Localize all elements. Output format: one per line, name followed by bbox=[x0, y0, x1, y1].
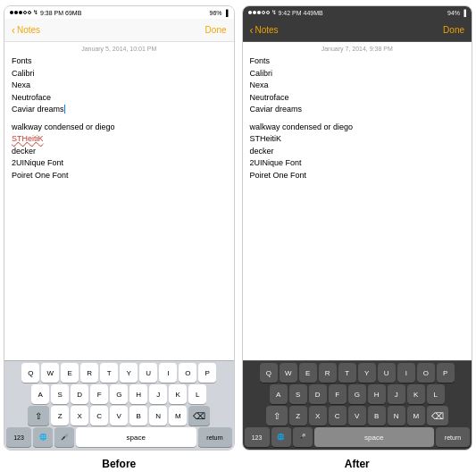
key-space-right[interactable]: space bbox=[314, 427, 435, 447]
key-mic-left[interactable]: 🎤 bbox=[54, 427, 74, 447]
key-G-right[interactable]: G bbox=[348, 384, 366, 404]
nav-bar-left: ‹ Notes Done bbox=[4, 19, 234, 42]
keyboard-right: Q W E R T Y U I O P A S D F G bbox=[243, 360, 472, 450]
key-S-right[interactable]: S bbox=[289, 384, 307, 404]
status-left-right: ↯ 9:42 PM 449MB bbox=[248, 9, 323, 16]
note-line-11: Poiret One Font bbox=[12, 170, 227, 182]
key-123-left[interactable]: 123 bbox=[6, 427, 31, 447]
key-space-left[interactable]: space bbox=[76, 427, 196, 447]
key-M-left[interactable]: M bbox=[169, 406, 187, 426]
key-Y-right[interactable]: Y bbox=[358, 363, 376, 383]
note-line-7: walkway condensed or diego bbox=[12, 122, 227, 134]
key-Z-left[interactable]: Z bbox=[51, 406, 69, 426]
key-H-right[interactable]: H bbox=[368, 384, 386, 404]
rnote-line-1: Fonts bbox=[250, 55, 465, 68]
key-return-left[interactable]: return bbox=[198, 427, 232, 447]
key-P-right[interactable]: P bbox=[437, 363, 455, 383]
key-D-left[interactable]: D bbox=[71, 384, 88, 404]
back-button-left[interactable]: ‹ Notes bbox=[12, 24, 40, 37]
wifi-icon-right: ↯ bbox=[271, 9, 277, 16]
key-K-left[interactable]: K bbox=[169, 384, 187, 404]
key-E-right[interactable]: E bbox=[299, 363, 317, 383]
key-L-left[interactable]: L bbox=[188, 384, 206, 404]
nav-bar-right: ‹ Notes Done bbox=[243, 19, 472, 42]
key-E-left[interactable]: E bbox=[61, 363, 79, 383]
key-X-right[interactable]: X bbox=[309, 406, 327, 426]
key-G-left[interactable]: G bbox=[110, 384, 128, 404]
note-line-8: STHeitiK bbox=[12, 133, 227, 146]
time-left: 9:38 PM bbox=[40, 10, 63, 16]
battery-icon-left: ▐ bbox=[224, 10, 229, 16]
key-mic-right[interactable]: 🎤 bbox=[293, 427, 313, 447]
key-shift-right[interactable]: ⇧ bbox=[266, 406, 288, 426]
key-L-right[interactable]: L bbox=[427, 384, 445, 404]
key-R-right[interactable]: R bbox=[319, 363, 337, 383]
key-H-left[interactable]: H bbox=[129, 384, 147, 404]
dot1 bbox=[10, 11, 13, 14]
key-globe-left[interactable]: 🌐 bbox=[33, 427, 53, 447]
key-D-right[interactable]: D bbox=[309, 384, 327, 404]
note-line-10: 2UINique Font bbox=[12, 157, 227, 170]
rnote-line-11: Poiret One Font bbox=[250, 170, 465, 182]
key-return-right[interactable]: return bbox=[436, 427, 470, 447]
key-C-right[interactable]: C bbox=[329, 406, 347, 426]
key-N-right[interactable]: N bbox=[388, 406, 405, 426]
key-W-right[interactable]: W bbox=[280, 363, 297, 383]
keyboard-left: Q W E R T Y U I O P A S D F G bbox=[4, 360, 234, 450]
note-line-3: Nexa bbox=[12, 80, 227, 92]
key-globe-right[interactable]: 🌐 bbox=[271, 427, 291, 447]
phone-before: ↯ 9:38 PM 69MB 96% ▐ ‹ Notes Done J bbox=[4, 5, 235, 451]
key-X-left[interactable]: X bbox=[71, 406, 88, 426]
key-T-right[interactable]: T bbox=[338, 363, 356, 383]
key-V-right[interactable]: V bbox=[348, 406, 366, 426]
key-F-right[interactable]: F bbox=[329, 384, 347, 404]
key-T-left[interactable]: T bbox=[100, 363, 118, 383]
key-O-right[interactable]: O bbox=[417, 363, 435, 383]
key-I-left[interactable]: I bbox=[159, 363, 177, 383]
key-B-right[interactable]: B bbox=[368, 406, 386, 426]
note-line-1: Fonts bbox=[12, 55, 227, 68]
key-I-right[interactable]: I bbox=[397, 363, 415, 383]
key-U-right[interactable]: U bbox=[378, 363, 396, 383]
key-shift-left[interactable]: ⇧ bbox=[28, 406, 49, 426]
battery-right: 94% bbox=[447, 10, 460, 16]
key-J-left[interactable]: J bbox=[149, 384, 167, 404]
back-button-right[interactable]: ‹ Notes bbox=[250, 24, 279, 37]
key-delete-left[interactable]: ⌫ bbox=[188, 406, 210, 426]
done-button-left[interactable]: Done bbox=[205, 25, 227, 35]
key-P-left[interactable]: P bbox=[198, 363, 216, 383]
key-delete-right[interactable]: ⌫ bbox=[427, 406, 448, 426]
key-B-left[interactable]: B bbox=[129, 406, 147, 426]
notes-date-left: January 5, 2014, 10:01 PM bbox=[12, 46, 227, 52]
rnote-line-3: Nexa bbox=[250, 80, 465, 92]
key-Z-right[interactable]: Z bbox=[289, 406, 307, 426]
key-N-left[interactable]: N bbox=[149, 406, 167, 426]
keyboard-bottom-right: 123 🌐 🎤 space return bbox=[243, 426, 472, 450]
key-V-left[interactable]: V bbox=[110, 406, 128, 426]
key-S-left[interactable]: S bbox=[51, 384, 69, 404]
key-Y-left[interactable]: Y bbox=[120, 363, 138, 383]
done-button-right[interactable]: Done bbox=[443, 25, 464, 35]
key-J-right[interactable]: J bbox=[388, 384, 405, 404]
key-Q-left[interactable]: Q bbox=[21, 363, 39, 383]
key-F-left[interactable]: F bbox=[90, 384, 108, 404]
key-K-right[interactable]: K bbox=[407, 384, 425, 404]
key-O-left[interactable]: O bbox=[179, 363, 196, 383]
key-C-left[interactable]: C bbox=[90, 406, 108, 426]
dot2 bbox=[14, 11, 18, 14]
rnote-line-4: Neutroface bbox=[250, 92, 465, 105]
key-A-left[interactable]: A bbox=[31, 384, 49, 404]
key-W-left[interactable]: W bbox=[41, 363, 59, 383]
key-R-left[interactable]: R bbox=[80, 363, 98, 383]
key-123-right[interactable]: 123 bbox=[245, 427, 270, 447]
battery-icon-right: ▐ bbox=[462, 10, 466, 16]
key-Q-right[interactable]: Q bbox=[260, 363, 278, 383]
key-A-right[interactable]: A bbox=[270, 384, 288, 404]
key-M-right[interactable]: M bbox=[407, 406, 425, 426]
key-U-left[interactable]: U bbox=[139, 363, 157, 383]
rdot5 bbox=[266, 11, 270, 14]
back-label-left: Notes bbox=[17, 25, 40, 35]
rnote-line-7: walkway condensed or diego bbox=[250, 122, 465, 134]
dot3 bbox=[19, 11, 22, 14]
keyboard-row-2-left: A S D F G H J K L bbox=[4, 383, 234, 404]
